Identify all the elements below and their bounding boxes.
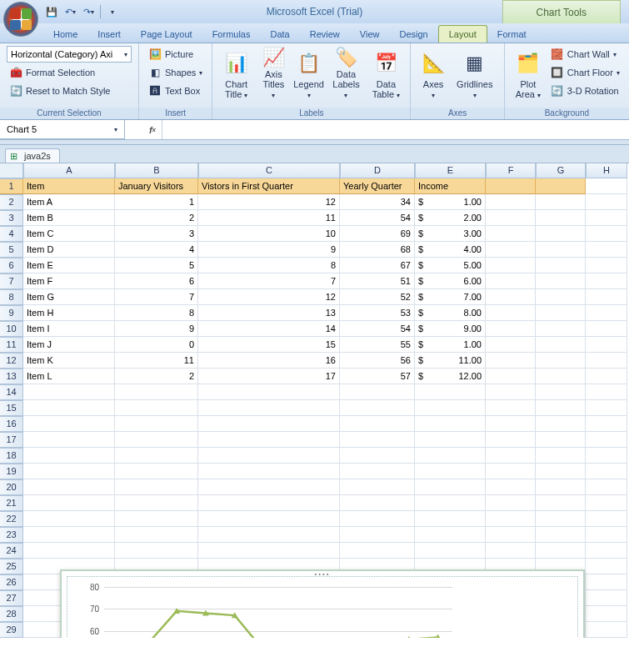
cell[interactable] bbox=[486, 226, 536, 242]
cell[interactable] bbox=[340, 527, 415, 543]
cell[interactable]: $9.00 bbox=[415, 321, 486, 337]
cell[interactable]: 9 bbox=[198, 242, 340, 258]
cell[interactable]: $11.00 bbox=[415, 353, 486, 369]
cell[interactable] bbox=[486, 495, 536, 511]
cell[interactable] bbox=[586, 448, 627, 464]
cell[interactable] bbox=[536, 527, 586, 543]
cell[interactable] bbox=[586, 464, 627, 479]
cell[interactable]: Item K bbox=[23, 353, 115, 369]
cell[interactable] bbox=[586, 400, 627, 416]
cell[interactable] bbox=[340, 448, 415, 464]
legend-button[interactable]: 📋Legend ▾ bbox=[292, 46, 326, 103]
cell[interactable] bbox=[586, 574, 627, 590]
cell[interactable] bbox=[415, 448, 486, 464]
cell[interactable] bbox=[536, 289, 586, 305]
cell[interactable] bbox=[340, 511, 415, 527]
cell[interactable] bbox=[198, 543, 340, 559]
row-header-12[interactable]: 12 bbox=[0, 353, 23, 369]
row-header-11[interactable]: 11 bbox=[0, 337, 23, 353]
row-header-8[interactable]: 8 bbox=[0, 289, 23, 305]
cell[interactable]: $12.00 bbox=[415, 369, 486, 384]
format-selection-button[interactable]: 🧰Format Selection bbox=[7, 64, 132, 81]
cell[interactable]: 17 bbox=[198, 369, 340, 384]
cell[interactable]: 51 bbox=[340, 273, 415, 289]
cell[interactable] bbox=[586, 210, 627, 226]
cell[interactable]: 56 bbox=[340, 353, 415, 369]
cell[interactable] bbox=[340, 464, 415, 479]
cell[interactable]: 54 bbox=[340, 210, 415, 226]
cell[interactable]: 13 bbox=[198, 305, 340, 321]
cell[interactable]: Item I bbox=[23, 321, 115, 337]
cell[interactable]: 52 bbox=[340, 289, 415, 305]
spreadsheet-grid[interactable]: ABCDEFGH1ItemJanuary VisitorsVistors in … bbox=[0, 163, 629, 638]
cell[interactable]: 4 bbox=[115, 242, 198, 258]
row-header-15[interactable]: 15 bbox=[0, 400, 23, 416]
cell[interactable]: $6.00 bbox=[415, 273, 486, 289]
cell[interactable] bbox=[586, 543, 627, 559]
cell[interactable] bbox=[586, 273, 627, 289]
cell[interactable]: 67 bbox=[340, 258, 415, 273]
cell[interactable] bbox=[536, 178, 586, 194]
cell[interactable] bbox=[536, 258, 586, 273]
cell[interactable] bbox=[536, 210, 586, 226]
col-header-D[interactable]: D bbox=[340, 163, 415, 178]
row-header-2[interactable]: 2 bbox=[0, 194, 23, 210]
cell[interactable]: 2 bbox=[115, 369, 198, 384]
cell[interactable] bbox=[486, 416, 536, 432]
cell[interactable] bbox=[586, 511, 627, 527]
cell[interactable] bbox=[486, 258, 536, 273]
cell[interactable]: Income bbox=[415, 178, 486, 194]
row-header-26[interactable]: 26 bbox=[0, 574, 23, 590]
cell[interactable] bbox=[115, 416, 198, 432]
row-header-3[interactable]: 3 bbox=[0, 210, 23, 226]
cell[interactable] bbox=[23, 543, 115, 559]
cell[interactable]: $8.00 bbox=[415, 305, 486, 321]
cell[interactable] bbox=[536, 543, 586, 559]
cell[interactable] bbox=[340, 416, 415, 432]
row-header-28[interactable]: 28 bbox=[0, 606, 23, 622]
cell[interactable] bbox=[536, 226, 586, 242]
cell[interactable] bbox=[23, 432, 115, 448]
cell[interactable] bbox=[486, 305, 536, 321]
cell[interactable]: 6 bbox=[115, 273, 198, 289]
cell[interactable] bbox=[536, 305, 586, 321]
cell[interactable] bbox=[198, 495, 340, 511]
cell[interactable] bbox=[536, 337, 586, 353]
row-header-27[interactable]: 27 bbox=[0, 590, 23, 606]
cell[interactable] bbox=[340, 432, 415, 448]
cell[interactable]: Vistors in First Quarter bbox=[198, 178, 340, 194]
cell[interactable]: $2.00 bbox=[415, 210, 486, 226]
cell[interactable] bbox=[415, 384, 486, 400]
cell[interactable] bbox=[486, 511, 536, 527]
plot-area[interactable] bbox=[104, 587, 452, 638]
cell[interactable] bbox=[586, 416, 627, 432]
picture-button[interactable]: 🖼️Picture bbox=[146, 46, 205, 63]
cell[interactable] bbox=[415, 479, 486, 495]
cell[interactable]: 10 bbox=[198, 226, 340, 242]
cell[interactable] bbox=[115, 495, 198, 511]
cell[interactable] bbox=[115, 464, 198, 479]
col-header-H[interactable]: H bbox=[586, 163, 627, 178]
cell[interactable]: $5.00 bbox=[415, 258, 486, 273]
cell[interactable] bbox=[536, 511, 586, 527]
tab-home[interactable]: Home bbox=[43, 26, 87, 43]
cell[interactable] bbox=[23, 448, 115, 464]
cell[interactable]: 16 bbox=[198, 353, 340, 369]
cell[interactable] bbox=[23, 400, 115, 416]
cell[interactable]: 3 bbox=[115, 226, 198, 242]
col-header-G[interactable]: G bbox=[536, 163, 586, 178]
cell[interactable] bbox=[198, 511, 340, 527]
row-header-5[interactable]: 5 bbox=[0, 242, 23, 258]
cell[interactable]: Item bbox=[23, 178, 115, 194]
cell[interactable] bbox=[536, 400, 586, 416]
cell[interactable] bbox=[415, 464, 486, 479]
cell[interactable]: 69 bbox=[340, 226, 415, 242]
cell[interactable] bbox=[586, 432, 627, 448]
cell[interactable]: $3.00 bbox=[415, 226, 486, 242]
tab-review[interactable]: Review bbox=[300, 26, 350, 43]
cell[interactable] bbox=[198, 400, 340, 416]
row-header-18[interactable]: 18 bbox=[0, 448, 23, 464]
cell[interactable] bbox=[415, 527, 486, 543]
fx-icon[interactable]: fx bbox=[143, 120, 162, 139]
cell[interactable] bbox=[536, 416, 586, 432]
